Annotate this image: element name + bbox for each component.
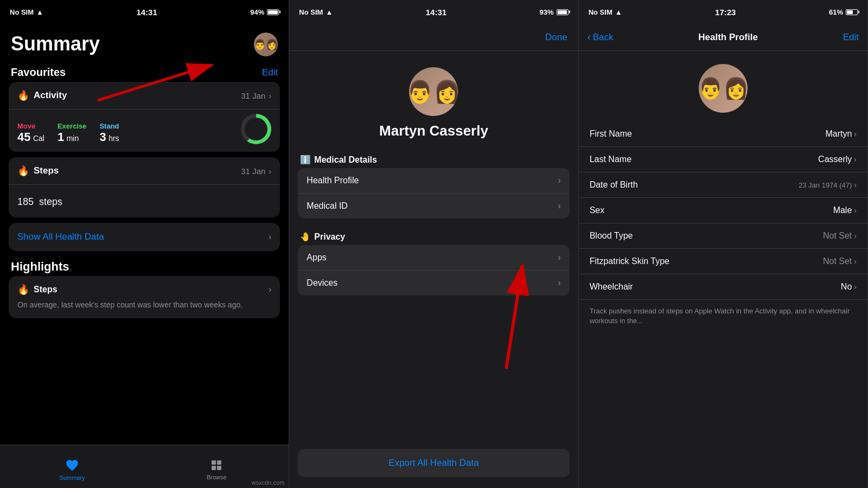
- highlight-title: Steps: [34, 285, 58, 294]
- back-button[interactable]: ‹ Back: [588, 31, 614, 43]
- medical-section-header: ℹ️ Medical Details: [298, 150, 569, 168]
- profile-section: 👨‍👩 Martyn Casserly: [289, 51, 578, 150]
- svg-rect-2: [212, 466, 216, 470]
- privacy-section-header: 🤚 Privacy: [298, 227, 569, 245]
- medical-section: ℹ️ Medical Details Health Profile › Medi…: [298, 150, 569, 219]
- no-sim-label-3: No SIM: [589, 8, 612, 16]
- activity-ring-inner: [245, 118, 267, 140]
- status-bar-1: No SIM ▲ 14:31 94%: [0, 0, 289, 24]
- show-all-text: Show All Health Data: [17, 232, 104, 242]
- profile3-avatar-section: 👨‍👩: [579, 51, 867, 121]
- highlight-chevron-icon: ›: [269, 285, 271, 294]
- activity-row: 🔥 Activity 31 Jan ›: [9, 82, 280, 110]
- profile3-avatar[interactable]: 👨‍👩: [699, 64, 748, 113]
- avatar-1[interactable]: 👨‍👩: [254, 33, 278, 56]
- detail-list: First Name Martyn › Last Name Casserly ›…: [579, 121, 867, 488]
- info-icon: ℹ️: [300, 155, 311, 165]
- skin-type-row[interactable]: Fitzpatrick Skin Type Not Set ›: [579, 249, 867, 274]
- exercise-stat: Exercise 1 min: [58, 122, 87, 144]
- svg-rect-1: [217, 460, 221, 465]
- devices-item[interactable]: Devices ›: [298, 271, 569, 296]
- move-number: 45: [17, 130, 30, 144]
- steps-card[interactable]: 🔥 Steps 31 Jan › 185 steps: [9, 157, 280, 217]
- summary-title: Summary: [11, 33, 100, 55]
- dob-chevron-icon: ›: [854, 181, 857, 189]
- blood-type-row[interactable]: Blood Type Not Set ›: [579, 223, 867, 249]
- status-left-3: No SIM ▲: [589, 8, 622, 16]
- phone3-content: ‹ Back Health Profile Edit 👨‍👩 First Nam…: [579, 24, 867, 488]
- done-button[interactable]: Done: [545, 32, 567, 43]
- status-right-3: 61%: [829, 8, 858, 16]
- hand-icon: 🤚: [300, 232, 311, 242]
- battery-icon-2: [557, 9, 569, 15]
- health-profile-item[interactable]: Health Profile ›: [298, 168, 569, 194]
- battery-icon-1: [267, 9, 279, 15]
- steps-unit: steps: [39, 196, 62, 207]
- health-profile-nav-title: Health Profile: [698, 32, 758, 43]
- last-name-row[interactable]: Last Name Casserly ›: [579, 147, 867, 172]
- medical-id-label: Medical ID: [307, 201, 348, 211]
- privacy-section: 🤚 Privacy Apps › Devices ›: [298, 227, 569, 296]
- sex-row[interactable]: Sex Male ›: [579, 198, 867, 223]
- wifi-icon-2: ▲: [326, 8, 333, 16]
- activity-flame-icon: 🔥: [17, 89, 29, 101]
- health-profile-label: Health Profile: [307, 176, 359, 185]
- skin-type-value-row: Not Set ›: [823, 256, 857, 266]
- activity-card[interactable]: 🔥 Activity 31 Jan › Move 45 Cal Exe: [9, 82, 280, 152]
- time-3: 17:23: [715, 8, 736, 17]
- medical-id-item[interactable]: Medical ID ›: [298, 194, 569, 219]
- tab-browse-label: Browse: [207, 474, 227, 480]
- activity-label-row: 🔥 Activity: [17, 89, 67, 101]
- exercise-value: 1 min: [58, 130, 87, 144]
- status-left-2: No SIM ▲: [299, 8, 333, 16]
- status-left-1: No SIM ▲: [10, 8, 43, 16]
- status-bar-2: No SIM ▲ 14:31 93%: [289, 0, 578, 24]
- show-all-button[interactable]: Show All Health Data ›: [9, 223, 280, 251]
- steps-label: Steps: [34, 165, 59, 176]
- phone-health-menu: No SIM ▲ 14:31 93% Done 👨‍👩 Martyn Casse…: [289, 0, 578, 488]
- stand-unit: hrs: [108, 134, 119, 143]
- edit-button-3[interactable]: Edit: [843, 32, 859, 43]
- first-name-row[interactable]: First Name Martyn ›: [579, 121, 867, 147]
- sex-chevron-icon: ›: [854, 206, 857, 215]
- edit-link-1[interactable]: Edit: [262, 67, 278, 78]
- steps-label-row: 🔥 Steps: [17, 165, 59, 177]
- no-sim-label-1: No SIM: [10, 8, 34, 16]
- activity-ring: [241, 114, 271, 144]
- footer-note: Track pushes instead of steps on Apple W…: [579, 300, 867, 332]
- sex-value: Male: [833, 206, 852, 215]
- export-health-data-button[interactable]: Export All Health Data: [298, 449, 569, 477]
- blood-type-value-row: Not Set ›: [823, 231, 857, 241]
- back-label: Back: [593, 32, 614, 43]
- tab-browse[interactable]: Browse: [144, 453, 289, 480]
- watermark-1: wsxcdn.com: [252, 479, 285, 486]
- stand-stat: Stand 3 hrs: [99, 122, 119, 144]
- exercise-unit: min: [67, 134, 79, 143]
- highlight-flame-icon: 🔥: [17, 284, 29, 296]
- phone-summary: No SIM ▲ 14:31 94% Summary 👨‍👩 Favourite…: [0, 0, 289, 488]
- phone-health-profile-detail: No SIM ▲ 17:23 61% ‹ Back Health Profile…: [579, 0, 868, 488]
- no-sim-label-2: No SIM: [299, 8, 323, 16]
- activity-label: Activity: [34, 90, 67, 101]
- nav-bar-3: ‹ Back Health Profile Edit: [579, 24, 867, 51]
- steps-value-row: 185 steps: [9, 185, 280, 217]
- summary-header: Summary 👨‍👩: [0, 24, 289, 61]
- dob-value: 23 Jan 1974 (47): [799, 181, 852, 189]
- phone1-content: Summary 👨‍👩 Favourites Edit 🔥 Activity 3…: [0, 24, 289, 488]
- profile-avatar-large[interactable]: 👨‍👩: [409, 67, 458, 116]
- battery-fill-2: [558, 10, 567, 14]
- dob-row[interactable]: Date of Birth 23 Jan 1974 (47) ›: [579, 172, 867, 198]
- tab-summary[interactable]: Summary: [0, 453, 144, 481]
- wheelchair-value: No: [841, 282, 852, 292]
- battery-icon-3: [846, 9, 858, 15]
- nav-bar-2: Done: [289, 24, 578, 51]
- privacy-section-label: Privacy: [314, 232, 345, 242]
- status-bar-3: No SIM ▲ 17:23 61%: [579, 0, 867, 24]
- apps-item[interactable]: Apps ›: [298, 245, 569, 271]
- activity-stats: Move 45 Cal Exercise 1 min Stand: [9, 110, 280, 152]
- highlight-card[interactable]: 🔥 Steps › On average, last week's step c…: [9, 276, 280, 318]
- medical-id-chevron-icon: ›: [558, 201, 560, 211]
- status-right-2: 93%: [540, 8, 569, 16]
- favourites-label: Favourites: [11, 66, 66, 79]
- wheelchair-row[interactable]: Wheelchair No ›: [579, 274, 867, 300]
